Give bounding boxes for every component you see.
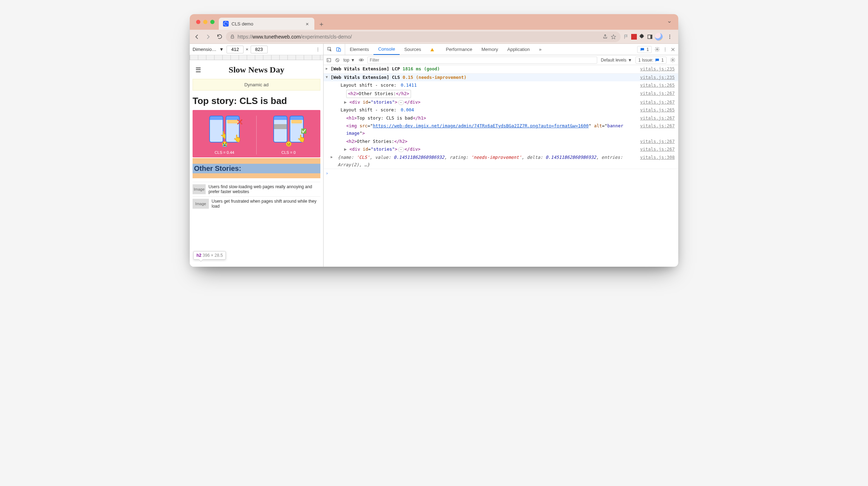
log-levels-selector[interactable]: Default levels ▼ xyxy=(601,58,632,63)
window-traffic-lights xyxy=(193,20,219,24)
window-minimize-icon[interactable] xyxy=(203,20,207,24)
dimensions-label[interactable]: Dimensio… xyxy=(193,47,216,52)
log-row[interactable]: ▶ <div id="stories">⋯</div> vitals.js:26… xyxy=(324,145,678,154)
issues-badge[interactable]: 1 xyxy=(637,46,652,53)
tab-close-icon[interactable]: × xyxy=(304,21,310,27)
log-row[interactable]: ▶ [Web Vitals Extension] LCP 1816 ms (go… xyxy=(324,65,678,74)
source-link: vitals.js:235 xyxy=(640,75,675,80)
height-input[interactable] xyxy=(251,46,268,53)
profile-avatar-icon[interactable] xyxy=(655,33,663,41)
svg-point-3 xyxy=(669,36,670,37)
story-row[interactable]: Image Users get frustrated when pages sh… xyxy=(193,196,320,211)
log-row[interactable]: Layout shift - score:0.1411 vitals.js:26… xyxy=(324,81,678,89)
source-link: vitals.js:308 xyxy=(640,155,675,160)
svg-point-6 xyxy=(318,49,318,50)
url-text: https://www.tunetheweb.com/experiments/c… xyxy=(238,34,600,40)
console-output[interactable]: ▶ [Web Vitals Extension] LCP 1816 ms (go… xyxy=(324,65,678,267)
svg-rect-10 xyxy=(339,49,341,52)
device-mode-pane: Dimensio… ▼ × ☰ xyxy=(190,44,324,267)
figure-right-caption: CLS = 0 xyxy=(281,150,296,155)
device-toolbar: Dimensio… ▼ × xyxy=(190,44,323,55)
tab-application[interactable]: Application xyxy=(503,44,535,55)
svg-point-7 xyxy=(318,51,318,51)
clear-console-icon[interactable] xyxy=(335,58,340,63)
expand-arrow-icon: ▶ xyxy=(324,65,330,72)
nav-back-button[interactable] xyxy=(192,32,202,42)
source-link: vitals.js:267 xyxy=(640,139,675,144)
context-selector[interactable]: top ▼ xyxy=(343,58,355,63)
log-row[interactable]: <img src="https://web-dev.imgix.net/imag… xyxy=(324,122,678,137)
warning-triangle-icon xyxy=(430,47,435,52)
reload-button[interactable] xyxy=(215,32,224,42)
console-settings-gear-icon[interactable] xyxy=(670,57,675,63)
tab-console[interactable]: Console xyxy=(373,44,400,55)
window-close-icon[interactable] xyxy=(196,20,200,24)
extension-red-icon[interactable] xyxy=(631,34,637,40)
window-zoom-icon[interactable] xyxy=(210,20,215,24)
collapse-arrow-icon: ▼ xyxy=(324,74,330,80)
page-viewport[interactable]: ☰ Slow News Day Dynamic ad Top story: CL… xyxy=(190,60,323,267)
source-link: vitals.js:267 xyxy=(640,146,675,152)
share-icon[interactable] xyxy=(603,34,608,39)
log-row[interactable]: ▶ {name: 'CLS', value: 0.145118628609869… xyxy=(324,154,678,169)
x-red-icon: ❌ xyxy=(237,119,242,125)
element-hover-tooltip: h2 396 × 28.5 xyxy=(193,251,226,260)
console-filter-input[interactable] xyxy=(367,57,598,64)
tabs-overflow-button[interactable] xyxy=(663,19,675,24)
tab-performance[interactable]: Performance xyxy=(441,44,477,55)
side-panel-icon[interactable] xyxy=(647,34,653,40)
width-input[interactable] xyxy=(227,46,244,53)
svg-point-11 xyxy=(657,49,658,50)
log-row[interactable]: ▼ [Web Vitals Extension] CLS 0.15 (needs… xyxy=(324,74,678,82)
dimension-inputs: × xyxy=(227,46,268,53)
tab-memory[interactable]: Memory xyxy=(477,44,503,55)
story-row[interactable]: Image Users find slow-loading web pages … xyxy=(193,182,320,196)
svg-point-12 xyxy=(665,47,666,48)
svg-point-14 xyxy=(665,51,666,51)
tabs-overflow-icon[interactable]: » xyxy=(535,44,546,55)
device-toggle-icon[interactable] xyxy=(336,47,341,52)
face-cry-icon: 😭 xyxy=(222,141,228,147)
figure-left-caption: CLS = 0.44 xyxy=(215,150,234,155)
extensions-puzzle-icon[interactable] xyxy=(639,34,645,40)
ad-banner: Dynamic ad xyxy=(193,79,320,91)
devtools-more-icon[interactable] xyxy=(663,47,668,52)
tab-sources[interactable]: Sources xyxy=(400,44,426,55)
console-sidebar-toggle-icon[interactable] xyxy=(326,58,331,63)
live-expression-icon[interactable] xyxy=(359,57,364,63)
log-row[interactable]: <h2>Other Stories:</h2> vitals.js:267 xyxy=(324,138,678,146)
device-ruler xyxy=(190,55,323,60)
settings-gear-icon[interactable] xyxy=(655,47,660,52)
svg-point-18 xyxy=(672,59,674,61)
devtools-close-icon[interactable] xyxy=(670,47,675,52)
other-stories-heading: Other Stories: xyxy=(193,164,320,173)
chevron-down-icon[interactable]: ▼ xyxy=(219,47,224,52)
inspect-element-icon[interactable] xyxy=(327,47,332,52)
device-more-button[interactable] xyxy=(315,47,320,52)
tab-network[interactable] xyxy=(426,44,441,55)
nav-forward-button[interactable] xyxy=(203,32,213,42)
console-issues-badge[interactable]: 1 Issue: 1 xyxy=(635,57,667,64)
log-row[interactable]: <h1>Top story: CLS is bad</h1> vitals.js… xyxy=(324,114,678,122)
pointing-hand-icon: 👆 xyxy=(297,134,306,143)
bookmark-star-icon[interactable] xyxy=(611,34,616,40)
browser-tab[interactable]: CLS demo × xyxy=(219,18,314,30)
svg-rect-15 xyxy=(327,58,331,62)
flag-icon[interactable] xyxy=(623,34,629,40)
element-chip: <h2>Other Stories:</h2> xyxy=(346,90,411,98)
console-prompt[interactable]: › xyxy=(324,169,678,178)
log-row[interactable]: Layout shift - score:0.004 vitals.js:265 xyxy=(324,106,678,114)
ellipsis-icon: ⋯ xyxy=(398,100,404,105)
face-neutral-icon: 😐 xyxy=(286,141,292,147)
source-link: vitals.js:235 xyxy=(640,66,675,71)
browser-window: CLS demo × ＋ xyxy=(190,14,678,267)
new-tab-button[interactable]: ＋ xyxy=(317,20,326,28)
log-row[interactable]: <h2>Other Stories:</h2> vitals.js:267 xyxy=(324,89,678,98)
url-bar[interactable]: https://www.tunetheweb.com/experiments/c… xyxy=(226,31,621,42)
source-link: vitals.js:265 xyxy=(640,82,675,88)
log-row[interactable]: ▶ <div id="stories">⋯</div> vitals.js:26… xyxy=(324,98,678,106)
browser-menu-button[interactable] xyxy=(665,32,675,42)
tab-title: CLS demo xyxy=(232,21,302,27)
hamburger-icon[interactable]: ☰ xyxy=(195,66,201,74)
tab-elements[interactable]: Elements xyxy=(345,44,373,55)
